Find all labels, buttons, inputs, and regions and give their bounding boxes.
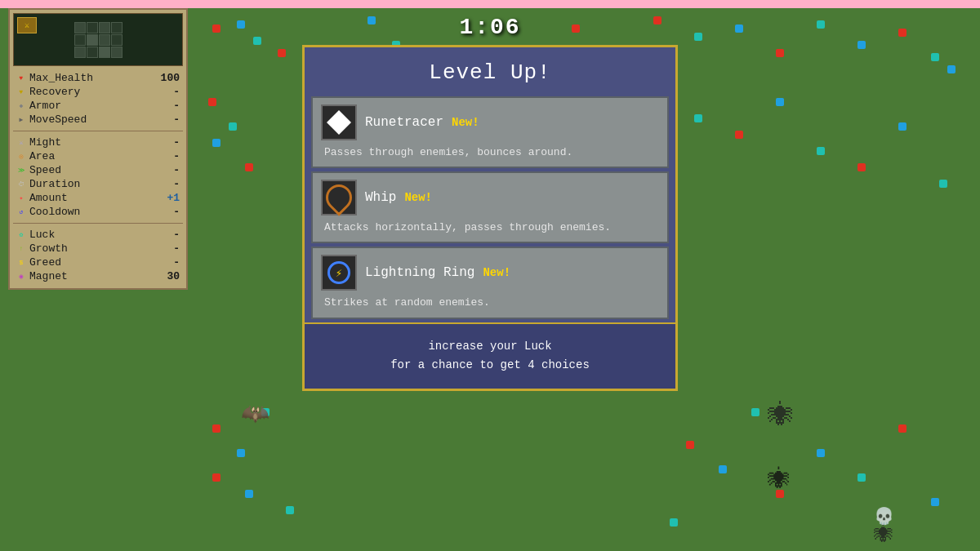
gem	[245, 163, 253, 171]
stat-label-speed: ≫ Speed	[16, 164, 61, 176]
stat-label-maxhealth: ♥ Max_Health	[16, 72, 93, 84]
might-icon: ⚔	[16, 138, 26, 148]
stat-value-recovery: -	[173, 86, 180, 98]
stat-name-recovery: Recovery	[29, 86, 80, 98]
stat-label-magnet: ◉ Magnet	[16, 270, 68, 282]
creature: 🦇	[241, 400, 270, 428]
gem	[776, 98, 784, 106]
stat-value-maxhealth: 100	[161, 72, 180, 84]
stat-name-magnet: Magnet	[29, 270, 68, 282]
gem	[939, 180, 947, 188]
movespeed-icon: ▶	[16, 115, 26, 125]
stat-value-growth: -	[173, 242, 180, 255]
stat-label-greed: $ Greed	[16, 256, 61, 269]
gem	[931, 498, 939, 506]
stat-value-magnet: 30	[167, 270, 180, 282]
stat-name-luck: Luck	[29, 229, 55, 241]
gem	[817, 20, 825, 29]
stat-label-cooldown: ↺ Cooldown	[16, 206, 80, 218]
stat-row-maxhealth: ♥ Max_Health 100	[16, 71, 180, 85]
gem	[751, 408, 760, 416]
timer-value: 1:06	[459, 15, 520, 40]
gem	[253, 37, 261, 45]
stat-row-greed: $ Greed -	[16, 256, 180, 269]
growth-icon: ↑	[16, 244, 26, 254]
stat-value-area: -	[173, 150, 180, 162]
gem	[212, 424, 220, 433]
choice-header-runetracer: Runetracer New!	[321, 104, 659, 140]
duration-icon: ⏱	[16, 180, 26, 189]
choice-runetracer[interactable]: Runetracer New! Passes through enemies, …	[311, 96, 669, 168]
choice-lightning-ring[interactable]: Lightning Ring New! Strikes at random en…	[311, 247, 669, 318]
gem	[670, 518, 678, 527]
runetracer-icon	[327, 110, 351, 135]
whip-icon	[320, 180, 357, 216]
stat-label-area: ◎ Area	[16, 150, 55, 162]
gem	[212, 139, 220, 147]
gem	[212, 473, 220, 482]
stat-value-luck: -	[173, 229, 180, 241]
gem	[212, 24, 220, 33]
gem	[858, 41, 866, 49]
footer-line2: for a chance to get 4 choices	[313, 356, 667, 375]
choice-name-lightning: Lightning Ring	[365, 265, 474, 280]
gem	[368, 16, 376, 24]
footer-line1: increase your Luck	[313, 337, 667, 357]
stat-label-armor: ◆ Armor	[16, 100, 61, 112]
choice-name-row-runetracer: Runetracer New!	[365, 115, 659, 130]
speed-icon: ≫	[16, 166, 26, 176]
gem	[947, 65, 956, 73]
stat-value-cooldown: -	[173, 206, 180, 218]
stat-label-might: ⚔ Might	[16, 136, 61, 149]
gem	[653, 16, 662, 24]
lightning-ring-icon	[327, 261, 350, 284]
gem	[898, 29, 906, 37]
stat-name-speed: Speed	[29, 164, 61, 176]
minimap-grid	[74, 22, 122, 58]
gem	[817, 147, 825, 155]
creature: 💀	[874, 506, 894, 527]
gem	[817, 449, 825, 457]
stat-row-armor: ◆ Armor -	[16, 99, 180, 113]
game-timer: 1:06	[459, 15, 520, 40]
gem	[686, 441, 694, 449]
stat-label-recovery: ♥ Recovery	[16, 86, 80, 98]
choice-name-whip: Whip	[365, 190, 396, 205]
stat-label-duration: ⏱ Duration	[16, 178, 80, 190]
gem	[858, 163, 866, 171]
stats-section-top: ♥ Max_Health 100 ♥ Recovery - ◆ Armor - …	[13, 69, 183, 128]
gem	[898, 122, 906, 131]
armor-icon: ◆	[16, 101, 26, 111]
creature: 🕷	[768, 465, 791, 493]
gem	[735, 24, 743, 33]
creature: 🕷	[768, 400, 794, 432]
choice-badge-runetracer: New!	[452, 116, 479, 129]
choice-name-row-lightning: Lightning Ring New!	[365, 265, 659, 280]
choice-header-lightning: Lightning Ring New!	[321, 255, 659, 291]
choice-name-runetracer: Runetracer	[365, 115, 443, 130]
gem	[237, 20, 245, 29]
gem	[229, 122, 237, 131]
gem	[735, 131, 743, 139]
stat-name-maxhealth: Max_Health	[29, 72, 93, 84]
stat-row-recovery: ♥ Recovery -	[16, 85, 180, 99]
stat-name-greed: Greed	[29, 256, 61, 269]
gem	[694, 114, 702, 122]
choice-whip[interactable]: Whip New! Attacks horizontally, passes t…	[311, 171, 669, 243]
stat-value-speed: -	[173, 164, 180, 176]
choice-header-whip: Whip New!	[321, 180, 659, 216]
gem	[237, 449, 245, 457]
area-icon: ◎	[16, 152, 26, 162]
stat-name-growth: Growth	[29, 242, 68, 255]
stat-row-luck: ✿ Luck -	[16, 228, 180, 242]
choice-name-row-whip: Whip New!	[365, 190, 659, 205]
stat-value-amount: +1	[167, 192, 180, 204]
stat-row-amount: ✦ Amount +1	[16, 191, 180, 205]
stat-name-area: Area	[29, 150, 55, 162]
choice-desc-runetracer: Passes through enemies, bounces around.	[321, 145, 659, 160]
cooldown-icon: ↺	[16, 207, 26, 217]
amount-icon: ✦	[16, 193, 26, 203]
magnet-icon: ◉	[16, 272, 26, 282]
stat-row-might: ⚔ Might -	[16, 136, 180, 149]
stats-section-mid: ⚔ Might - ◎ Area - ≫ Speed - ⏱ Duration …	[13, 134, 183, 220]
